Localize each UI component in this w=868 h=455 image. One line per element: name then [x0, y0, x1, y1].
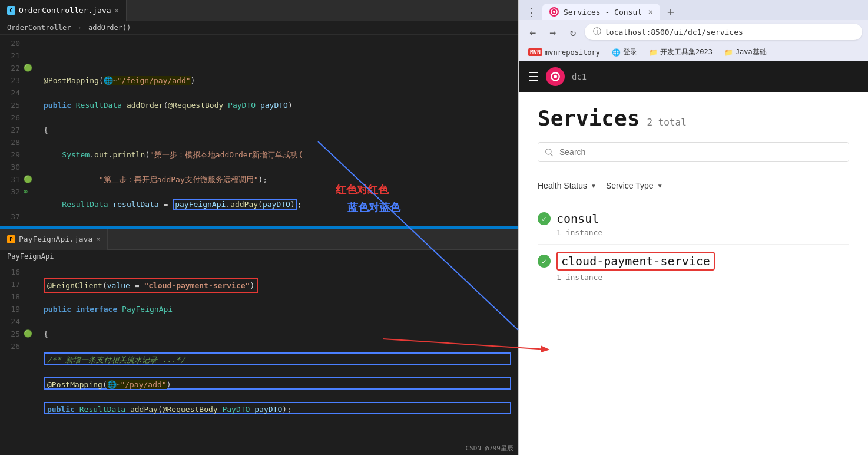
breadcrumb-bottom: PayFeignApi — [0, 250, 518, 263]
forward-button[interactable]: → — [545, 24, 561, 40]
svg-point-3 — [554, 75, 557, 78]
bookmark-devtools-label: 开发工具集2023 — [660, 47, 713, 57]
browser-panel: ⋮ Services - Consul × + ← → ↻ ⓘ localhos… — [518, 0, 868, 455]
java-file-icon-2: P — [7, 235, 15, 243]
address-field[interactable]: ⓘ localhost:8500/ui/dc1/services — [585, 24, 862, 40]
chevron-down-health: ▼ — [591, 183, 597, 189]
service-item-consul: ✓ consul 1 instance — [538, 205, 849, 245]
bookmark-mvnrepository[interactable]: MVN mvnrepository — [525, 47, 604, 58]
filter-row: Health Status ▼ Service Type ▼ — [538, 179, 849, 193]
payment-service-name[interactable]: cloud-payment-service — [556, 252, 715, 271]
line-numbers-bottom: 16 17 18 19 24 25 26 — [0, 263, 24, 455]
watermark: CSDN @799星辰 — [465, 444, 513, 453]
breadcrumb-part-1: OrderController — [7, 24, 71, 32]
browser-address-bar: ← → ↻ ⓘ localhost:8500/ui/dc1/services — [519, 20, 868, 44]
breadcrumb-part-2: addOrder() — [88, 24, 131, 32]
hamburger-menu[interactable]: ☰ — [528, 70, 539, 84]
health-status-label: Health Status — [538, 181, 587, 190]
tab-order-controller[interactable]: C OrderController.java × — [0, 0, 127, 21]
code-content-top: @PostMapping(🌐~"/feign/pay/add") public … — [37, 35, 518, 226]
bottom-breadcrumb-text: PayFeignApi — [7, 252, 54, 261]
service-type-filter[interactable]: Service Type ▼ — [606, 179, 663, 193]
browser-menu-button[interactable]: ⋮ — [524, 4, 540, 20]
close-tab-pay-feign-api[interactable]: × — [96, 235, 100, 243]
bookmark-login-label: 登录 — [623, 47, 637, 57]
new-tab-button[interactable]: + — [662, 4, 679, 20]
browser-tab-bar: ⋮ Services - Consul × + — [519, 0, 868, 20]
chevron-down-service: ▼ — [657, 183, 663, 189]
consul-total-count: 2 total — [647, 117, 686, 128]
browser-tab-label: Services - Consul — [564, 8, 642, 17]
consul-page-title: Services — [538, 106, 640, 130]
url-text: localhost:8500/ui/dc1/services — [605, 28, 743, 37]
consul-service-instances: 1 instance — [538, 228, 849, 237]
code-area-bottom: 16 17 18 19 24 25 26 🟢 @FeignClient(valu… — [0, 263, 518, 455]
consul-body: Services 2 total 🔍 Health Status ▼ Servi… — [519, 92, 868, 455]
line-numbers-top: 20 21 22 23 24 25 26 27 28 29 30 31 32 .… — [0, 35, 24, 226]
consul-service-name[interactable]: consul — [556, 212, 599, 226]
tab-label-pay-feign-api: PayFeignApi.java — [19, 235, 92, 243]
globe-icon-bookmark: 🌐 — [612, 48, 621, 57]
consul-logo — [546, 67, 565, 86]
gutter-icons-bottom: 🟢 — [24, 263, 37, 455]
bookmark-mvn-label: mvnrepository — [545, 48, 600, 57]
bookmark-devtools[interactable]: 📁 开发工具集2023 — [645, 46, 716, 58]
code-content-bottom: @FeignClient(value = "cloud-payment-serv… — [37, 263, 518, 455]
main-container: C OrderController.java × OrderController… — [0, 0, 868, 455]
service-type-label: Service Type — [606, 181, 654, 190]
ide-panel: C OrderController.java × OrderController… — [0, 0, 518, 455]
consul-header: ☰ dc1 — [519, 61, 868, 92]
payment-service-name-row: ✓ cloud-payment-service — [538, 252, 849, 271]
close-tab-order-controller[interactable]: × — [115, 6, 119, 15]
bookmark-java[interactable]: 📁 Java基础 — [721, 46, 770, 58]
search-wrapper: 🔍 — [538, 142, 849, 172]
breadcrumb-top: OrderController › addOrder() — [0, 21, 518, 35]
payment-service-instances: 1 instance — [538, 273, 849, 282]
svg-point-1 — [553, 11, 555, 13]
gutter-icons: 🟢 🟢 ⊕ — [24, 35, 37, 226]
ide-tab-bar-bottom: P PayFeignApi.java × — [0, 229, 518, 250]
java-file-icon: C — [7, 6, 15, 15]
tab-label-order-controller: OrderController.java — [19, 6, 111, 15]
consul-title-row: Services 2 total — [538, 106, 849, 130]
search-input[interactable] — [538, 142, 849, 162]
payment-health-icon: ✓ — [538, 255, 551, 268]
consul-dc-label: dc1 — [572, 72, 587, 81]
consul-favicon — [549, 7, 559, 17]
reload-button[interactable]: ↻ — [565, 24, 581, 40]
service-item-payment: ✓ cloud-payment-service 1 instance — [538, 245, 849, 289]
bookmark-login[interactable]: 🌐 登录 — [608, 46, 641, 58]
back-button[interactable]: ← — [525, 24, 541, 40]
bookmarks-bar: MVN mvnrepository 🌐 登录 📁 开发工具集2023 📁 Jav… — [519, 44, 868, 61]
bookmark-java-label: Java基础 — [736, 47, 767, 57]
folder-icon-java: 📁 — [724, 48, 733, 57]
ide-tab-bar: C OrderController.java × — [0, 0, 518, 21]
info-icon: ⓘ — [593, 27, 601, 37]
consul-health-icon: ✓ — [538, 212, 551, 225]
code-area-top: 20 21 22 23 24 25 26 27 28 29 30 31 32 .… — [0, 35, 518, 226]
browser-tab-consul[interactable]: Services - Consul × — [542, 4, 660, 20]
consul-service-name-row: ✓ consul — [538, 212, 849, 226]
health-status-filter[interactable]: Health Status ▼ — [538, 179, 597, 193]
tab-pay-feign-api[interactable]: P PayFeignApi.java × — [0, 229, 108, 250]
close-browser-tab[interactable]: × — [648, 7, 653, 17]
folder-icon-devtools: 📁 — [649, 48, 658, 57]
mvn-icon: MVN — [528, 48, 542, 56]
